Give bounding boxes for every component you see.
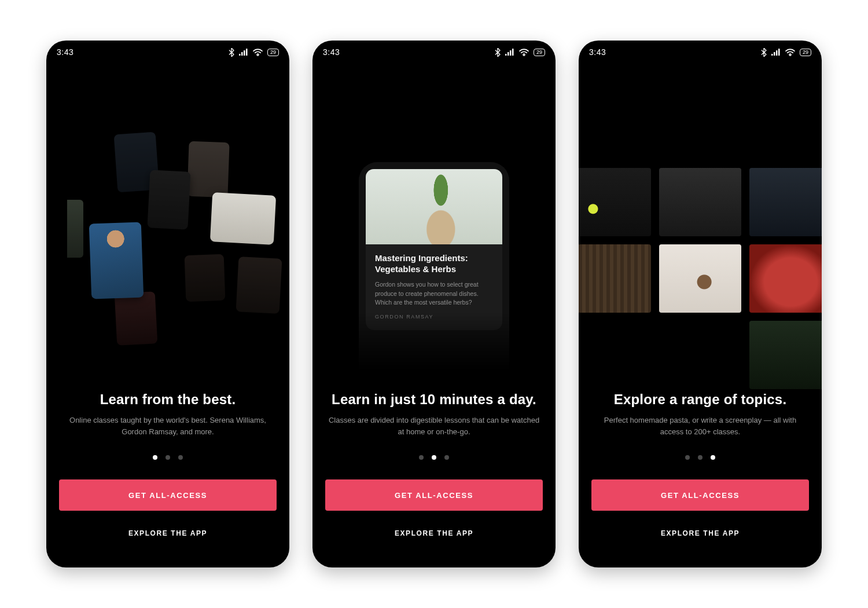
wifi-icon (519, 49, 529, 56)
onboarding-screen-1: 3:43 29 Learn from the best. (46, 41, 289, 567)
onboarding-copy: Learn in just 10 minutes a day. Classes … (312, 391, 556, 438)
lesson-author: GORDON RAMSAY (375, 314, 493, 320)
svg-rect-11 (778, 49, 780, 56)
page-dot[interactable] (419, 455, 424, 460)
lesson-preview-device: Mastering Ingredients: Vegetables & Herb… (359, 162, 509, 371)
onboarding-subtext: Online classes taught by the world's bes… (59, 415, 277, 438)
onboarding-screen-3: 3:43 29 Explore a range of topics. Perfe (579, 41, 822, 567)
topic-tile (579, 168, 651, 236)
battery-indicator: 29 (534, 49, 545, 56)
topic-tile (579, 244, 651, 313)
explore-app-button[interactable]: EXPLORE THE APP (59, 517, 277, 550)
svg-rect-1 (241, 52, 243, 56)
page-dot[interactable] (685, 455, 690, 460)
svg-rect-0 (239, 54, 241, 56)
topic-tile (749, 321, 822, 389)
page-dot[interactable] (698, 455, 703, 460)
status-time: 3:43 (323, 47, 340, 57)
explore-app-button[interactable]: EXPLORE THE APP (591, 517, 809, 550)
instructor-thumb (187, 141, 229, 197)
page-dot[interactable] (432, 455, 436, 460)
bluetooth-icon (229, 48, 234, 57)
hero-collage (46, 64, 289, 391)
page-dot[interactable] (444, 455, 449, 460)
onboarding-copy: Learn from the best. Online classes taug… (46, 391, 289, 438)
onboarding-headline: Learn in just 10 minutes a day. (325, 391, 543, 408)
page-dot[interactable] (711, 455, 715, 460)
explore-app-button[interactable]: EXPLORE THE APP (325, 517, 543, 550)
instructor-thumb (147, 170, 190, 230)
status-time: 3:43 (589, 47, 606, 57)
onboarding-screen-2: 3:43 29 Mastering Ingredients: Vegetable… (312, 41, 556, 567)
topic-tile (749, 244, 822, 313)
svg-rect-8 (771, 54, 773, 56)
get-all-access-button[interactable]: GET ALL-ACCESS (325, 479, 543, 511)
page-indicator (579, 455, 822, 460)
screenshot-row: 3:43 29 Learn from the best. (23, 17, 845, 591)
wifi-icon (253, 49, 263, 56)
instructor-thumb (115, 291, 158, 346)
battery-indicator: 29 (800, 49, 811, 56)
onboarding-subtext: Perfect homemade pasta, or write a scree… (591, 415, 809, 438)
svg-rect-9 (774, 52, 775, 56)
topic-tile (659, 168, 742, 236)
status-bar: 3:43 29 (312, 41, 556, 64)
onboarding-headline: Learn from the best. (59, 391, 277, 408)
lesson-title: Mastering Ingredients: Vegetables & Herb… (375, 252, 493, 274)
hero-lesson-preview: Mastering Ingredients: Vegetables & Herb… (312, 64, 556, 391)
wifi-icon (785, 49, 795, 56)
status-indicators: 29 (761, 48, 811, 57)
get-all-access-button[interactable]: GET ALL-ACCESS (59, 479, 277, 511)
status-indicators: 29 (495, 48, 545, 57)
svg-rect-7 (512, 49, 514, 56)
status-bar: 3:43 29 (579, 41, 822, 64)
status-bar: 3:43 29 (46, 41, 289, 64)
hero-topic-grid (579, 64, 822, 391)
topic-tile (659, 244, 742, 313)
signal-icon (771, 49, 781, 56)
page-dot[interactable] (178, 455, 183, 460)
onboarding-subtext: Classes are divided into digestible less… (325, 415, 543, 438)
status-time: 3:43 (57, 47, 73, 57)
svg-rect-5 (507, 52, 509, 56)
instructor-thumb (67, 200, 83, 258)
page-indicator (312, 455, 556, 460)
lesson-card: Mastering Ingredients: Vegetables & Herb… (366, 169, 502, 330)
signal-icon (505, 49, 514, 56)
signal-icon (239, 49, 248, 56)
topic-tile (749, 168, 822, 236)
svg-rect-4 (505, 54, 507, 56)
svg-rect-10 (776, 50, 778, 56)
svg-rect-6 (510, 50, 512, 56)
page-indicator (46, 455, 289, 460)
bluetooth-icon (761, 48, 767, 57)
svg-rect-3 (246, 49, 248, 56)
page-dot[interactable] (153, 455, 157, 460)
page-dot[interactable] (165, 455, 170, 460)
onboarding-copy: Explore a range of topics. Perfect homem… (579, 391, 822, 438)
instructor-thumb (89, 222, 144, 299)
bluetooth-icon (495, 48, 501, 57)
status-indicators: 29 (229, 48, 279, 57)
instructor-thumb (236, 257, 282, 314)
lesson-description: Gordon shows you how to select great pro… (375, 280, 493, 307)
get-all-access-button[interactable]: GET ALL-ACCESS (591, 479, 809, 511)
battery-indicator: 29 (267, 49, 279, 56)
instructor-thumb (185, 254, 226, 302)
svg-rect-2 (244, 50, 245, 56)
lesson-thumbnail (366, 169, 502, 244)
onboarding-headline: Explore a range of topics. (591, 391, 809, 408)
instructor-thumb (210, 192, 276, 245)
